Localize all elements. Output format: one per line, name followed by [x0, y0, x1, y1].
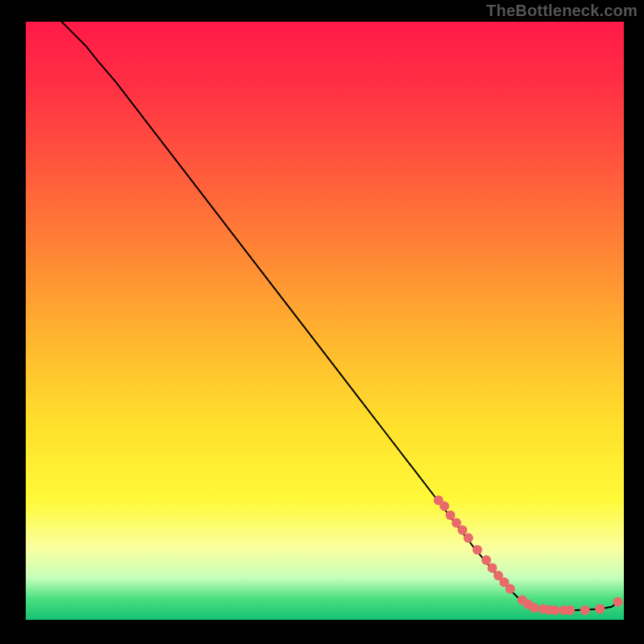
data-point [488, 563, 497, 572]
data-point [595, 605, 605, 614]
data-point [551, 605, 560, 615]
bottleneck-chart [26, 22, 624, 620]
chart-container: TheBottleneck.com [0, 0, 644, 644]
data-point [580, 605, 590, 615]
data-point [440, 502, 449, 511]
data-point [565, 605, 575, 615]
data-point [464, 533, 473, 543]
gradient-background [26, 22, 624, 620]
data-point [481, 555, 491, 565]
data-point [506, 584, 515, 593]
data-point [446, 510, 456, 520]
watermark-text: TheBottleneck.com [486, 2, 638, 20]
data-point [457, 526, 467, 535]
data-point [613, 597, 623, 607]
plot-area [26, 22, 624, 620]
data-point [473, 545, 482, 555]
data-point [530, 603, 539, 613]
